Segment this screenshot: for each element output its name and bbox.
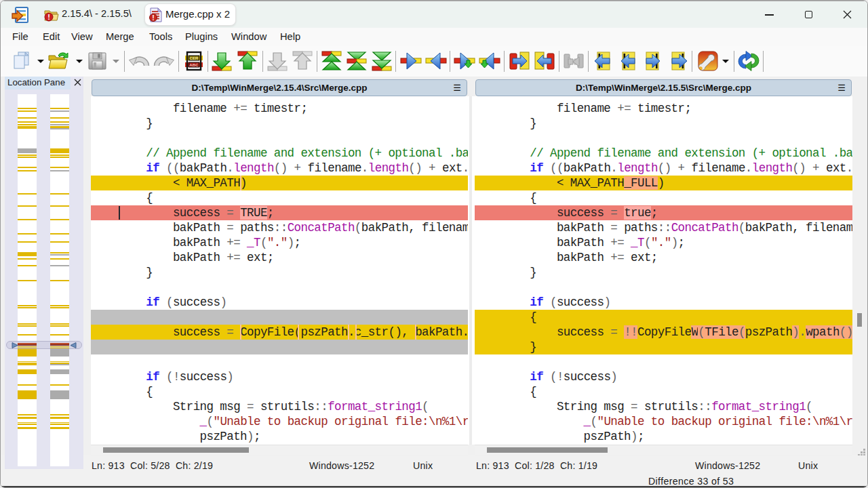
svg-text:!: ! bbox=[47, 13, 50, 21]
svg-text:CER: CER bbox=[189, 56, 199, 60]
svg-text:!: ! bbox=[152, 14, 155, 22]
svg-text:ABC: ABC bbox=[189, 62, 199, 67]
